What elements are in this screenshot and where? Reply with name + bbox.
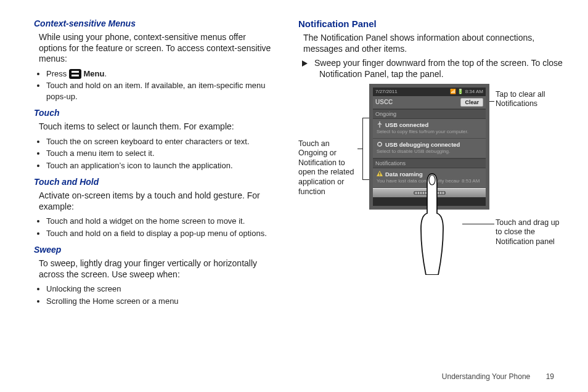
bullet-scroll-home: Scrolling the Home screen or a menu [46, 296, 274, 307]
usb-debug-icon [377, 141, 383, 147]
notification-body: The Notification Panel shows information… [303, 33, 563, 54]
panel-below [373, 197, 486, 206]
notification-usb-debug[interactable]: USB debugging connected Select to disabl… [373, 139, 486, 158]
status-date: 7/27/2011 [375, 89, 398, 94]
carrier-label: USCC [375, 99, 393, 105]
notification-usb[interactable]: USB connected Select to copy files to/fr… [373, 119, 486, 139]
notification-step: Sweep your finger downward from the top … [311, 58, 563, 80]
notifications-label: Notifications [373, 158, 486, 168]
callout-line [357, 149, 362, 149]
bullet-touch-menuitem: Touch a menu item to select it. [46, 148, 274, 159]
footer-page-number: 19 [546, 372, 554, 381]
heading-notification-panel: Notification Panel [298, 18, 563, 29]
clear-button[interactable]: Clear [460, 98, 483, 107]
usb-icon [377, 121, 383, 128]
bullet-hold-widget: Touch and hold a widget on the home scre… [46, 216, 274, 227]
status-time: 📶 🔋 8:34 AM [450, 89, 483, 94]
heading-touch-hold: Touch and Hold [34, 177, 274, 187]
footer-section: Understanding Your Phone [442, 372, 530, 381]
left-column: Context-sensitive Menus While using your… [34, 18, 274, 312]
ongoing-label: Ongoing [373, 109, 486, 119]
warning-icon [377, 171, 383, 177]
sweep-bullets: Unlocking the screen Scrolling the Home … [39, 284, 274, 306]
context-bullets: Press Menu. Touch and hold on an item. I… [39, 68, 274, 102]
svg-rect-1 [71, 75, 79, 76]
bullet-touch-keyboard: Touch the on screen keyboard to enter ch… [46, 136, 274, 147]
right-column: Notification Panel The Notification Pane… [298, 18, 563, 312]
notification-figure: Touch an Ongoing or Notification to open… [298, 84, 563, 284]
touch-hold-bullets: Touch and hold a widget on the home scre… [39, 216, 274, 239]
bullet-unlock: Unlocking the screen [46, 284, 274, 295]
callout-open-notification: Touch an Ongoing or Notification to open… [298, 139, 360, 197]
sweep-body: To sweep, lightly drag your finger verti… [39, 258, 274, 280]
heading-context-menus: Context-sensitive Menus [34, 18, 274, 28]
notification-data-roaming[interactable]: Data roaming You have lost data connecti… [373, 168, 486, 188]
bullet-touch-hold-item: Touch and hold on an item. If available,… [46, 80, 274, 102]
touch-hold-body: Activate on-screen items by a touch and … [39, 190, 274, 212]
callout-close-panel: Touch and drag up to close the Notificat… [496, 218, 563, 247]
svg-marker-2 [302, 60, 308, 67]
heading-sweep: Sweep [34, 245, 274, 255]
bullet-touch-appicon: Touch an application’s icon to launch th… [46, 160, 274, 171]
heading-touch: Touch [34, 108, 274, 118]
bullet-press-menu: Press Menu. [46, 68, 274, 80]
touch-bullets: Touch the on screen keyboard to enter ch… [39, 136, 274, 171]
menu-icon [69, 69, 81, 79]
menu-label: Menu [83, 69, 104, 78]
callout-line [362, 118, 363, 179]
svg-rect-0 [71, 71, 79, 73]
svg-rect-6 [379, 175, 380, 176]
phone-mock: 7/27/2011 📶 🔋 8:34 AM USCC Clear Ongoing… [369, 84, 489, 210]
status-bar: 7/27/2011 📶 🔋 8:34 AM [373, 88, 486, 96]
touch-body: Touch items to select or launch them. Fo… [39, 121, 274, 133]
bullet-hold-field: Touch and hold on a field to display a p… [46, 228, 274, 239]
callout-clear-all: Tap to clear all Notifications [496, 90, 563, 109]
manual-page: Context-sensitive Menus While using your… [0, 0, 588, 392]
panel-drag-handle[interactable] [373, 188, 486, 197]
callout-line [462, 224, 494, 224]
svg-rect-5 [379, 173, 380, 175]
context-body: While using your phone, context-sensitiv… [39, 32, 274, 65]
panel-header: USCC Clear [373, 96, 486, 109]
page-footer: Understanding Your Phone 19 [442, 372, 554, 381]
